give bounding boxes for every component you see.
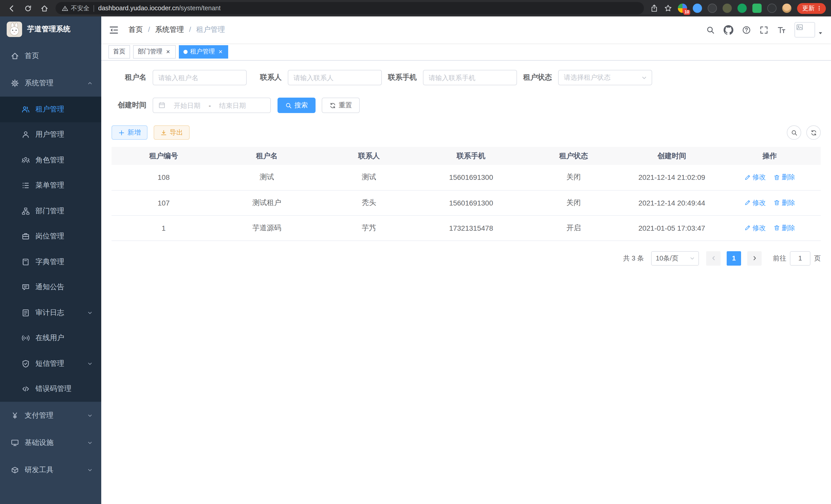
avatar[interactable] bbox=[795, 22, 815, 37]
extension-icon[interactable]: 10 bbox=[678, 4, 687, 13]
toggle-search-button[interactable] bbox=[787, 125, 801, 140]
cell-phone: 15601691300 bbox=[420, 165, 522, 190]
extension-icon[interactable] bbox=[693, 4, 702, 13]
delete-button[interactable]: 删除 bbox=[773, 173, 795, 182]
chevron-down-icon bbox=[641, 74, 648, 81]
font-size-icon[interactable] bbox=[777, 25, 786, 34]
user-avatar-menu[interactable] bbox=[795, 22, 823, 37]
extension-icon[interactable] bbox=[738, 4, 747, 13]
sidebar-item-sms[interactable]: 短信管理 bbox=[0, 351, 101, 376]
delete-button[interactable]: 删除 bbox=[773, 223, 795, 233]
add-button[interactable]: 新增 bbox=[112, 125, 147, 140]
search-icon bbox=[285, 102, 292, 109]
fullscreen-icon[interactable] bbox=[760, 25, 768, 34]
caret-down-icon bbox=[818, 30, 823, 36]
menu-list-icon bbox=[22, 182, 30, 190]
goto-page-input[interactable] bbox=[790, 251, 810, 265]
download-icon bbox=[160, 129, 167, 136]
export-button[interactable]: 导出 bbox=[154, 125, 190, 140]
phone-field bbox=[423, 70, 517, 85]
app-logo[interactable]: 芋道管理系统 bbox=[0, 17, 101, 42]
system-submenu: 租户管理 用户管理 角色管理 菜单管理 部门管理 bbox=[0, 97, 101, 402]
security-indicator[interactable]: 不安全 bbox=[62, 4, 89, 12]
question-icon[interactable] bbox=[742, 25, 751, 34]
edit-icon bbox=[744, 199, 751, 206]
delete-button[interactable]: 删除 bbox=[773, 198, 795, 207]
close-icon[interactable]: × bbox=[165, 49, 171, 55]
chrome-update-button[interactable]: 更新 bbox=[797, 3, 826, 13]
sidebar-item-user[interactable]: 用户管理 bbox=[0, 122, 101, 147]
sidebar-item-post[interactable]: 岗位管理 bbox=[0, 224, 101, 249]
sidebar-collapse-icon[interactable] bbox=[109, 25, 119, 35]
puzzle-extension-icon[interactable] bbox=[767, 4, 776, 13]
edit-button[interactable]: 修改 bbox=[744, 223, 766, 233]
sidebar-item-notice[interactable]: 通知公告 bbox=[0, 275, 101, 300]
page-size-select[interactable]: 10条/页 bbox=[651, 251, 699, 265]
sidebar-item-dict[interactable]: 字典管理 bbox=[0, 249, 101, 275]
sidebar-item-dept[interactable]: 部门管理 bbox=[0, 198, 101, 224]
refresh-table-button[interactable] bbox=[806, 125, 821, 140]
breadcrumb-home[interactable]: 首页 bbox=[128, 25, 143, 34]
cell-status: 关闭 bbox=[522, 165, 625, 190]
role-icon bbox=[22, 156, 30, 165]
tab-tenant[interactable]: 租户管理 × bbox=[179, 45, 228, 58]
tenant-name-input[interactable] bbox=[158, 74, 241, 82]
status-placeholder: 请选择租户状态 bbox=[564, 73, 610, 82]
sidebar-item-role[interactable]: 角色管理 bbox=[0, 147, 101, 173]
browser-reload-button[interactable] bbox=[22, 2, 34, 14]
status-select[interactable]: 请选择租户状态 bbox=[558, 70, 652, 85]
sidebar-item-infra[interactable]: 基础设施 bbox=[0, 429, 101, 456]
browser-profile-avatar[interactable] bbox=[782, 4, 792, 13]
tab-dept[interactable]: 部门管理 × bbox=[133, 45, 176, 58]
browser-home-button[interactable] bbox=[38, 2, 51, 14]
browser-menu-icon bbox=[816, 5, 822, 11]
next-page-button[interactable] bbox=[747, 251, 762, 265]
url-host: dashboard.yudao.iocoder.cn bbox=[98, 5, 179, 12]
reset-button[interactable]: 重置 bbox=[322, 98, 360, 113]
sidebar-item-home[interactable]: 首页 bbox=[0, 42, 101, 69]
bookmark-star-icon[interactable] bbox=[664, 4, 672, 12]
date-start-input[interactable] bbox=[169, 101, 205, 109]
prev-page-button[interactable] bbox=[706, 251, 720, 265]
tab-home[interactable]: 首页 bbox=[109, 45, 130, 58]
sidebar-item-devtool[interactable]: 研发工具 bbox=[0, 456, 101, 483]
sidebar-item-online-user[interactable]: 在线用户 bbox=[0, 325, 101, 351]
table-header-row: 租户编号 租户名 联系人 联系手机 租户状态 创建时间 操作 bbox=[112, 147, 821, 165]
date-range-picker[interactable]: - bbox=[153, 98, 271, 113]
column-header: 联系人 bbox=[318, 147, 420, 165]
sidebar-item-system[interactable]: 系统管理 bbox=[0, 69, 101, 97]
home-icon bbox=[11, 52, 19, 60]
close-icon[interactable]: × bbox=[218, 49, 224, 55]
sidebar-item-pay[interactable]: 支付管理 bbox=[0, 402, 101, 429]
date-end-input[interactable] bbox=[214, 101, 251, 109]
github-icon[interactable] bbox=[724, 25, 733, 35]
search-icon[interactable] bbox=[706, 25, 715, 34]
contact-input[interactable] bbox=[293, 74, 376, 82]
cell-tenant-name: 芋道源码 bbox=[216, 215, 318, 240]
tenant-table: 租户编号 租户名 联系人 联系手机 租户状态 创建时间 操作 108 测试 bbox=[112, 147, 821, 241]
column-header: 租户状态 bbox=[522, 147, 625, 165]
phone-input[interactable] bbox=[429, 74, 511, 82]
cell-phone: 15601691300 bbox=[420, 190, 522, 215]
search-button[interactable]: 搜索 bbox=[278, 98, 316, 113]
sidebar-item-menu[interactable]: 菜单管理 bbox=[0, 173, 101, 198]
sidebar-item-errorcode[interactable]: 错误码管理 bbox=[0, 376, 101, 402]
box-icon bbox=[11, 466, 19, 474]
sidebar-item-audit-log[interactable]: 审计日志 bbox=[0, 300, 101, 325]
edit-button[interactable]: 修改 bbox=[744, 173, 766, 182]
edit-icon bbox=[744, 174, 751, 181]
browser-back-button[interactable] bbox=[5, 2, 18, 14]
address-bar[interactable]: 不安全 dashboard.yudao.iocoder.cn/system/te… bbox=[56, 2, 644, 14]
sidebar-item-tenant[interactable]: 租户管理 bbox=[0, 97, 101, 122]
extension-icon[interactable] bbox=[752, 4, 762, 13]
chevron-down-icon bbox=[87, 310, 93, 316]
cell-phone: 17321315478 bbox=[420, 215, 522, 240]
breadcrumb-system[interactable]: 系统管理 bbox=[143, 25, 184, 34]
extension-icon[interactable] bbox=[722, 4, 732, 13]
page-number-button[interactable]: 1 bbox=[727, 251, 741, 265]
edit-button[interactable]: 修改 bbox=[744, 198, 766, 207]
share-icon[interactable] bbox=[650, 4, 658, 12]
extension-icon[interactable] bbox=[708, 4, 717, 13]
gear-icon bbox=[11, 79, 19, 87]
cell-status: 开启 bbox=[522, 215, 625, 240]
